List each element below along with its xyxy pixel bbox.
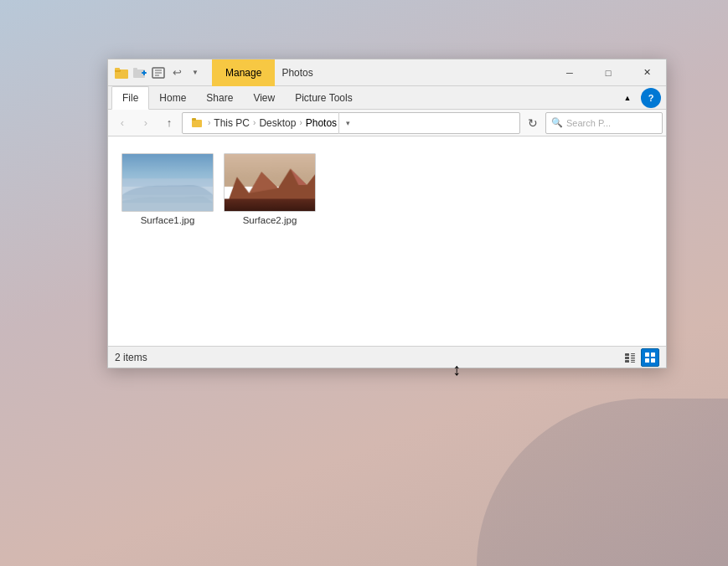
window-title: Photos bbox=[275, 67, 550, 79]
address-bar: ‹ › ↑ › This PC › Desktop › Photos ▾ ↻ 🔍… bbox=[108, 110, 666, 136]
file-name-surface1: Surface1.jpg bbox=[141, 215, 195, 225]
svg-rect-20 bbox=[631, 360, 635, 361]
svg-rect-17 bbox=[631, 357, 635, 358]
forward-button[interactable]: › bbox=[135, 112, 157, 134]
large-icons-view-button[interactable] bbox=[641, 348, 659, 367]
tab-home[interactable]: Home bbox=[149, 86, 196, 110]
status-bar: 2 items bbox=[108, 346, 666, 368]
ribbon-tab-right: ▲ ? bbox=[617, 88, 666, 108]
svg-rect-15 bbox=[631, 355, 635, 356]
file-item-surface2[interactable]: Surface2.jpg bbox=[224, 150, 316, 229]
file-name-surface2: Surface2.jpg bbox=[243, 215, 297, 225]
path-separator-2: › bbox=[253, 118, 256, 127]
svg-rect-13 bbox=[625, 353, 629, 356]
ribbon-collapse-icon[interactable]: ▲ bbox=[617, 88, 638, 108]
path-separator-1: › bbox=[208, 118, 210, 127]
manage-tab[interactable]: Manage bbox=[212, 59, 275, 86]
svg-rect-16 bbox=[625, 357, 629, 359]
tab-picture-tools[interactable]: Picture Tools bbox=[285, 86, 362, 110]
refresh-button[interactable]: ↻ bbox=[522, 112, 544, 134]
undo-icon[interactable]: ↩ bbox=[168, 64, 185, 81]
tab-view[interactable]: View bbox=[243, 86, 285, 110]
explorer-window: ↩ ▼ Manage Photos ─ □ ✕ File Home Share … bbox=[107, 59, 667, 368]
path-segment-thispc[interactable]: This PC bbox=[214, 117, 250, 129]
new-folder-icon[interactable] bbox=[132, 64, 148, 81]
svg-rect-25 bbox=[651, 358, 655, 363]
detail-view-button[interactable] bbox=[621, 348, 639, 367]
folder-icon[interactable] bbox=[113, 64, 130, 81]
ribbon-tabs: File Home Share View Picture Tools ▲ ? bbox=[108, 86, 666, 110]
quick-access-toolbar: ↩ ▼ bbox=[108, 64, 209, 81]
svg-rect-14 bbox=[631, 353, 635, 354]
path-segment-desktop[interactable]: Desktop bbox=[259, 117, 296, 129]
file-thumbnail-surface2 bbox=[224, 153, 316, 212]
svg-rect-2 bbox=[115, 68, 120, 70]
search-box[interactable]: 🔍 Search P... bbox=[545, 112, 663, 134]
view-toggle bbox=[621, 348, 659, 367]
svg-rect-23 bbox=[651, 352, 655, 357]
address-start-icon bbox=[189, 116, 204, 131]
titlebar: ↩ ▼ Manage Photos ─ □ ✕ bbox=[108, 59, 666, 86]
path-separator-3: › bbox=[299, 118, 302, 127]
svg-rect-19 bbox=[625, 360, 629, 363]
address-dropdown-icon[interactable]: ▾ bbox=[338, 112, 357, 134]
properties-icon[interactable] bbox=[150, 64, 167, 81]
maximize-button[interactable]: □ bbox=[589, 59, 627, 86]
svg-rect-24 bbox=[645, 358, 649, 363]
svg-rect-12 bbox=[192, 118, 196, 121]
close-button[interactable]: ✕ bbox=[627, 59, 666, 86]
tab-share[interactable]: Share bbox=[196, 86, 243, 110]
svg-rect-11 bbox=[192, 120, 202, 127]
back-button[interactable]: ‹ bbox=[111, 112, 133, 134]
svg-rect-4 bbox=[133, 68, 137, 70]
file-content-area: Surface1.jpg Surface2.jpg bbox=[108, 136, 666, 346]
svg-rect-18 bbox=[631, 358, 635, 359]
address-path[interactable]: › This PC › Desktop › Photos ▾ bbox=[182, 112, 520, 134]
file-thumbnail-surface1 bbox=[121, 153, 214, 212]
path-segment-photos[interactable]: Photos bbox=[306, 117, 337, 129]
file-item-surface1[interactable]: Surface1.jpg bbox=[121, 150, 214, 229]
svg-rect-21 bbox=[631, 362, 635, 363]
up-button[interactable]: ↑ bbox=[158, 112, 180, 134]
help-icon[interactable]: ? bbox=[641, 88, 661, 108]
svg-rect-22 bbox=[645, 352, 649, 357]
search-icon: 🔍 bbox=[551, 117, 563, 128]
window-controls: ─ □ ✕ bbox=[550, 59, 666, 86]
tab-file[interactable]: File bbox=[111, 86, 149, 110]
search-placeholder: Search P... bbox=[566, 118, 611, 128]
customize-qat-icon[interactable]: ▼ bbox=[187, 64, 204, 81]
item-count: 2 items bbox=[115, 352, 621, 363]
svg-rect-6 bbox=[143, 70, 145, 75]
minimize-button[interactable]: ─ bbox=[550, 59, 589, 86]
